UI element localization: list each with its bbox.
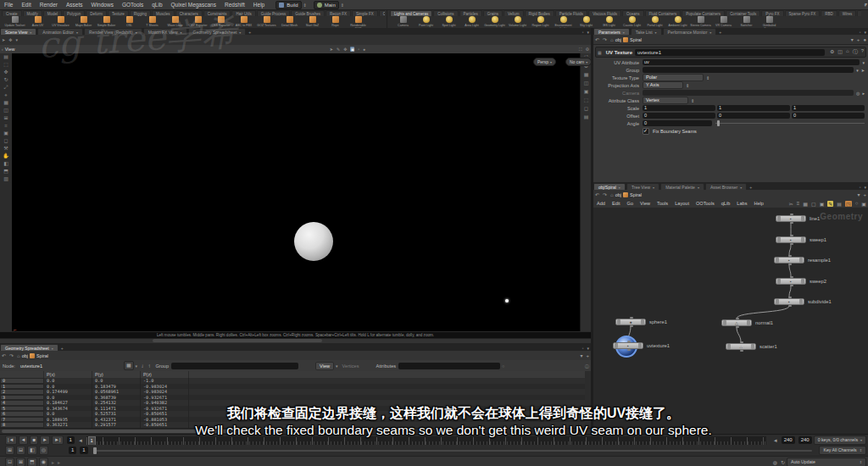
param-field-offset-1[interactable]: 0	[717, 113, 790, 119]
message-bubble-icon[interactable]: ◍	[773, 459, 777, 465]
network-tab-asset-browser[interactable]: Asset Browser▾	[705, 183, 747, 190]
node-left-flag[interactable]	[617, 319, 620, 325]
status-option-icon[interactable]: ◉	[39, 458, 48, 466]
fix-boundary-seams-checkbox[interactable]: ✓	[643, 128, 649, 135]
shelf-tab-create[interactable]: Create	[2, 10, 22, 16]
home-icon[interactable]: ⌂	[17, 353, 20, 358]
pane-tab-geometry-spreadsheet[interactable]: Geometry Spreadsheet▾	[188, 28, 247, 35]
key-all-channels-button[interactable]: Key All Channels ⇕	[819, 446, 866, 455]
crumb-plus-icon[interactable]: +	[857, 37, 860, 42]
node-sphere1[interactable]: ●	[615, 319, 646, 325]
view-tab-label[interactable]: View	[5, 47, 15, 52]
history-fwd-icon[interactable]: ▸	[58, 459, 60, 465]
viewport-side-tool-icon[interactable]: ↻	[3, 76, 8, 84]
param-field-scale-0[interactable]: 1	[643, 105, 715, 111]
pane-tab-take-list[interactable]: Take List▾	[631, 28, 662, 35]
viewport-side-tool-icon[interactable]: ✥	[3, 69, 8, 76]
node-left-flag[interactable]	[723, 320, 726, 325]
shelf-tab-container-tools[interactable]: Container Tools	[726, 10, 760, 16]
viewport-tool-icon[interactable]: ➤	[330, 47, 333, 52]
status-option-icon[interactable]: ⊠	[16, 458, 25, 466]
viewport-side-tool-icon[interactable]: ▤	[3, 53, 8, 61]
shelf-tab-characters[interactable]: Characters	[175, 10, 203, 16]
playbar-option-icon[interactable]: ⊟	[16, 446, 25, 455]
transport-[interactable]: |◄	[5, 435, 17, 445]
shelf-tab-populate-containers[interactable]: Populate Containers	[682, 10, 725, 16]
current-frame-field[interactable]: 1	[67, 436, 75, 444]
viewport-side-tool-icon[interactable]: ◧	[3, 160, 8, 168]
shelf-tool-gimbaled-camera[interactable]: Gimbaled Camera	[758, 16, 781, 29]
info-icon[interactable]: ⓘ	[585, 363, 589, 369]
breadcrumb-node[interactable]: Spiral	[36, 353, 48, 358]
forward-icon[interactable]: ↷	[9, 352, 14, 358]
viewport-side-tool-icon[interactable]: ▣	[3, 130, 8, 137]
network-toolbar-icon[interactable]: ▢	[811, 201, 816, 207]
shelf-tab-muscles[interactable]: Muscles	[152, 10, 175, 16]
viewport-side-tool-icon[interactable]: ⤢	[4, 84, 8, 92]
shelf-tab-pyro-fx[interactable]: Pyro FX	[761, 10, 783, 16]
pane-tab-animation-editor[interactable]: Animation Editor▾	[37, 28, 83, 35]
viewport-side-tool-icon[interactable]: ⬚	[3, 61, 8, 69]
range-end-field-b[interactable]: 240	[798, 436, 812, 444]
crumb-dropdown-icon[interactable]: ▾	[857, 191, 860, 197]
menu-qlib[interactable]: qLib	[147, 2, 166, 8]
pane-tab-performance-monitor[interactable]: Performance Monitor▾	[663, 28, 717, 35]
node-normal1[interactable]: △	[721, 319, 752, 326]
viewport-tool-icon[interactable]: ●	[363, 47, 365, 52]
history-back-icon[interactable]: ▸	[52, 459, 54, 465]
network-menu-add[interactable]: Add	[593, 201, 609, 206]
menu-stepper-icon[interactable]: ⇕	[706, 75, 709, 80]
shelf-tool-update-toolset[interactable]: Update Toolset	[3, 16, 26, 29]
viewport-side-tool-icon[interactable]: ⌗	[4, 122, 7, 130]
menu-render[interactable]: Render	[36, 2, 62, 8]
param-menu-attribute-class[interactable]: Vertex	[643, 97, 688, 104]
network-toolbar-icon[interactable]: ▤	[837, 201, 842, 207]
shelf-tab-fluid-containers[interactable]: Fluid Containers	[645, 10, 682, 16]
mode-dropdown-icon[interactable]: ▾	[136, 363, 138, 369]
network-menu-labs[interactable]: Labs	[733, 201, 750, 206]
shelf-tool-portal-light[interactable]: Portal Light	[643, 16, 666, 29]
shelf-tab-model[interactable]: Model	[43, 10, 62, 16]
network-toolbar-icon[interactable]: ✎	[827, 201, 833, 207]
group-field[interactable]	[171, 363, 298, 369]
viewport-display-icon[interactable]: ◻	[584, 104, 588, 113]
search-icon[interactable]: ○	[502, 363, 504, 369]
shelf-tool-caustic-light[interactable]: Caustic Light	[620, 16, 643, 29]
param-menu-projection-axis[interactable]: Y Axis	[643, 81, 683, 89]
refresh-icon[interactable]: ↻	[781, 459, 785, 465]
shelf-tab-recon-fx[interactable]: Recon FX	[326, 10, 351, 16]
node-right-flag[interactable]	[638, 343, 642, 348]
breadcrumb-node[interactable]: Spiral	[630, 192, 642, 197]
node-sweep1[interactable]: ▪	[776, 236, 806, 243]
view-collapse-icon[interactable]: ‹	[2, 47, 3, 52]
shelf-tool-wave-loop[interactable]: Wave Loop	[164, 16, 186, 29]
node-subdivide1[interactable]: ▪	[774, 298, 804, 305]
playbar-option-icon[interactable]: ◧	[27, 446, 37, 455]
viewport-side-tool-icon[interactable]: ▦	[3, 99, 8, 107]
field-dropdown-icon[interactable]: ▾	[862, 60, 865, 65]
network-menu-tools[interactable]: Tools	[654, 201, 671, 206]
row-index[interactable]: 8	[0, 422, 44, 428]
shelf-tab-rbd[interactable]: RBD	[821, 10, 837, 16]
transport-[interactable]: ►	[40, 435, 50, 445]
network-toolbar-icon[interactable]: ▣	[820, 201, 825, 207]
shelf-tab-texture[interactable]: Texture	[108, 10, 129, 16]
shelf-tab-constraints[interactable]: Constraints	[203, 10, 231, 16]
playbar-option-icon[interactable]: ⊞	[5, 446, 14, 455]
home-icon[interactable]: ⌂	[610, 192, 614, 197]
crumb-plus-icon[interactable]: +	[863, 192, 866, 197]
display-mode-icon[interactable]: ▦	[124, 361, 134, 370]
shelf-tab-grains[interactable]: Grains	[483, 10, 503, 16]
shelf-tab-guide-process[interactable]: Guide Process	[257, 10, 291, 16]
node-name-field[interactable]: uvtexture1	[635, 49, 825, 56]
shelf-tab-polygon[interactable]: Polygon	[63, 10, 85, 16]
node-left-flag[interactable]	[727, 344, 731, 349]
shelf-tab-guide-brushes[interactable]: Guide Brushes	[291, 10, 325, 16]
menu-redshift[interactable]: Redshift	[220, 2, 249, 8]
node-left-flag[interactable]	[777, 279, 781, 284]
viewport-display-icon[interactable]: ⬚	[584, 96, 589, 104]
viewport-side-tool-icon[interactable]: ⚒	[3, 145, 8, 153]
shelf-tab-oceans[interactable]: Oceans	[622, 10, 644, 16]
viewport-side-tool-icon[interactable]: ◻	[4, 137, 8, 145]
home-icon[interactable]: ⌂	[610, 37, 614, 42]
